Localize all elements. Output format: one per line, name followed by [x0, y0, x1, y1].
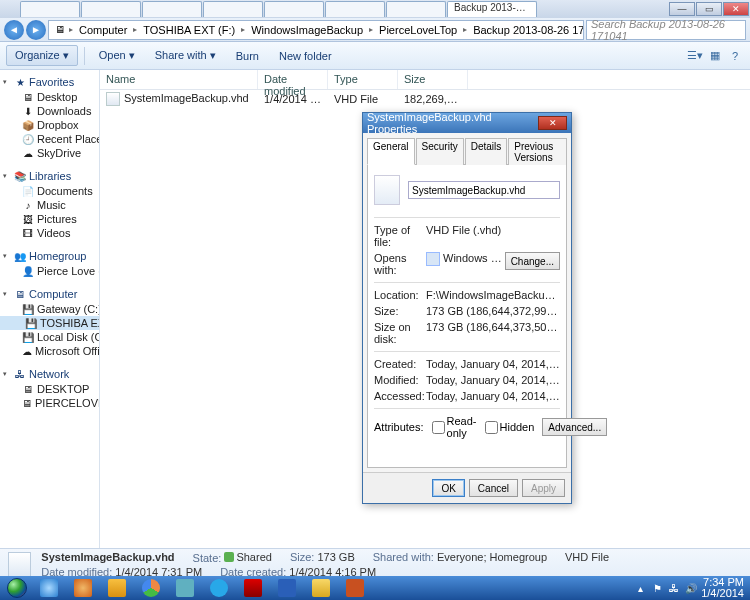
taskbar-clock[interactable]: 7:34 PM 1/4/2014 [701, 577, 744, 599]
breadcrumb-item[interactable]: Backup 2013-08-26 171041 [469, 24, 584, 36]
help-button[interactable]: ? [726, 47, 744, 65]
tray-chevron-icon[interactable]: ▴ [633, 581, 647, 595]
taskbar-app-ps[interactable] [236, 577, 270, 599]
filename-input[interactable] [408, 181, 560, 199]
dialog-close-button[interactable]: ✕ [538, 116, 567, 130]
column-name[interactable]: Name [100, 70, 258, 89]
details-size: 173 GB [317, 551, 354, 563]
taskbar-app-snagit[interactable] [168, 577, 202, 599]
taskbar-app-firefox[interactable] [66, 577, 100, 599]
browser-tab-current[interactable]: Backup 2013-08-26 17... [447, 1, 537, 17]
ok-button[interactable]: OK [432, 479, 464, 497]
share-with-button[interactable]: Share with ▾ [147, 46, 224, 65]
breadcrumb-item[interactable]: WindowsImageBackup [247, 24, 367, 36]
player-icon [108, 579, 126, 597]
browser-tab[interactable] [264, 1, 324, 17]
nav-forward-button[interactable]: ► [26, 20, 46, 40]
taskbar-app-ppt[interactable] [338, 577, 372, 599]
address-breadcrumb[interactable]: 🖥 ▸ Computer ▸ TOSHIBA EXT (F:) ▸ Window… [48, 20, 584, 40]
burn-button[interactable]: Burn [228, 47, 267, 65]
tray-network-icon[interactable]: 🖧 [667, 581, 681, 595]
browser-tab[interactable] [20, 1, 80, 17]
tree-item-local-g[interactable]: 💾Local Disk (G:) [0, 330, 99, 344]
tree-item-documents[interactable]: 📄Documents [0, 184, 99, 198]
tree-item-desktop-pc[interactable]: 🖥DESKTOP [0, 382, 99, 396]
window-minimize-button[interactable]: ― [669, 2, 695, 16]
taskbar-app-player[interactable] [100, 577, 134, 599]
skydrive-icon: ☁ [22, 147, 34, 159]
tree-item-pictures[interactable]: 🖼Pictures [0, 212, 99, 226]
tree-homegroup-header[interactable]: 👥Homegroup [0, 248, 99, 264]
tree-item-recent[interactable]: 🕘Recent Places [0, 132, 99, 146]
nav-back-button[interactable]: ◄ [4, 20, 24, 40]
dialog-titlebar[interactable]: SystemImageBackup.vhd Properties ✕ [363, 113, 571, 133]
tab-details[interactable]: Details [465, 138, 508, 165]
tree-item-dropbox[interactable]: 📦Dropbox [0, 118, 99, 132]
apply-button[interactable]: Apply [522, 479, 565, 497]
advanced-button[interactable]: Advanced... [542, 418, 607, 436]
tree-item-gateway-c[interactable]: 💾Gateway (C:) [0, 302, 99, 316]
hidden-checkbox[interactable]: Hidden [485, 421, 535, 434]
size-on-disk-value: 173 GB (186,644,373,504 bytes) [426, 321, 560, 345]
tab-previous-versions[interactable]: Previous Versions [508, 138, 567, 165]
chrome-icon [142, 579, 160, 597]
tree-item-downloads[interactable]: ⬇Downloads [0, 104, 99, 118]
change-button[interactable]: Change... [505, 252, 560, 270]
column-type[interactable]: Type [328, 70, 398, 89]
chevron-right-icon[interactable]: ▸ [239, 25, 247, 34]
chevron-right-icon[interactable]: ▸ [367, 25, 375, 34]
size-on-disk-label: Size on disk: [374, 321, 426, 345]
search-input[interactable]: Search Backup 2013-08-26 171041 [586, 20, 746, 40]
tree-item-desktop[interactable]: 🖥Desktop [0, 90, 99, 104]
open-button[interactable]: Open ▾ [91, 46, 143, 65]
breadcrumb-item[interactable]: PierceLoveLTop [375, 24, 461, 36]
taskbar-app-chrome[interactable] [134, 577, 168, 599]
breadcrumb-item[interactable]: Computer [75, 24, 131, 36]
taskbar-app-explorer[interactable] [304, 577, 338, 599]
tree-computer-header[interactable]: 🖥Computer [0, 286, 99, 302]
tree-libraries-header[interactable]: 📚Libraries [0, 168, 99, 184]
new-folder-button[interactable]: New folder [271, 47, 340, 65]
window-close-button[interactable]: ✕ [723, 2, 749, 16]
tab-general[interactable]: General [367, 138, 415, 165]
chevron-right-icon[interactable]: ▸ [131, 25, 139, 34]
tab-security[interactable]: Security [416, 138, 464, 165]
breadcrumb-item[interactable]: TOSHIBA EXT (F:) [139, 24, 239, 36]
browser-tab[interactable] [142, 1, 202, 17]
window-maximize-button[interactable]: ▭ [696, 2, 722, 16]
opens-with-value: Windows Shell Commor [426, 252, 505, 276]
tree-item-toshiba-f[interactable]: 💾TOSHIBA EXT (F:) [0, 316, 99, 330]
tree-item-music[interactable]: ♪Music [0, 198, 99, 212]
type-of-file-label: Type of file: [374, 224, 426, 248]
tree-item-homegroup-user[interactable]: 👤Pierce Love (PIERCE... [0, 264, 99, 278]
tree-network-header[interactable]: 🖧Network [0, 366, 99, 382]
tree-item-skydrive[interactable]: ☁SkyDrive [0, 146, 99, 160]
column-size[interactable]: Size [398, 70, 468, 89]
preview-pane-button[interactable]: ▦ [706, 47, 724, 65]
file-name: SystemImageBackup.vhd [124, 92, 249, 104]
tray-volume-icon[interactable]: 🔊 [684, 581, 698, 595]
readonly-checkbox[interactable]: Read-only [432, 415, 477, 439]
browser-tab[interactable] [81, 1, 141, 17]
view-options-button[interactable]: ☰▾ [686, 47, 704, 65]
chevron-right-icon[interactable]: ▸ [67, 25, 75, 34]
file-row[interactable]: SystemImageBackup.vhd 1/4/2014 7:31 PM V… [100, 90, 750, 108]
tree-item-videos[interactable]: 🎞Videos [0, 226, 99, 240]
browser-tab[interactable] [325, 1, 385, 17]
organize-button[interactable]: Organize ▾ [6, 45, 78, 66]
taskbar-app-word[interactable] [270, 577, 304, 599]
taskbar-app-skype[interactable] [202, 577, 236, 599]
details-type: VHD File [565, 551, 609, 564]
start-button[interactable] [2, 577, 32, 599]
browser-tab[interactable] [203, 1, 263, 17]
browser-tab[interactable] [386, 1, 446, 17]
column-date[interactable]: Date modified [258, 70, 328, 89]
cancel-button[interactable]: Cancel [469, 479, 518, 497]
chevron-right-icon[interactable]: ▸ [461, 25, 469, 34]
tree-item-piercelove[interactable]: 🖥PIERCELOVE-LT [0, 396, 99, 410]
taskbar-app-ie[interactable] [32, 577, 66, 599]
explorer-navbar: ◄ ► 🖥 ▸ Computer ▸ TOSHIBA EXT (F:) ▸ Wi… [0, 18, 750, 42]
tray-flag-icon[interactable]: ⚑ [650, 581, 664, 595]
tree-item-office[interactable]: ☁Microsoft Office Cli... [0, 344, 99, 358]
tree-favorites-header[interactable]: ★Favorites [0, 74, 99, 90]
